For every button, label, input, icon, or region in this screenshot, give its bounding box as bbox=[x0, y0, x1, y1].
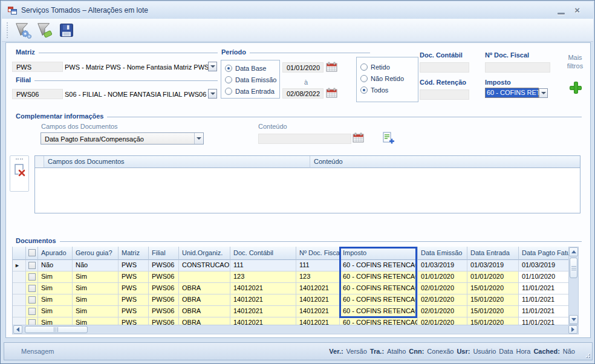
cell[interactable]: 01/03/2019 bbox=[418, 260, 467, 271]
checkbox-icon[interactable] bbox=[28, 308, 36, 315]
cell[interactable]: 15/01/2020 bbox=[467, 306, 519, 317]
horizontal-scroll-thumb[interactable] bbox=[25, 326, 88, 333]
cell[interactable]: 111 bbox=[230, 260, 296, 271]
radio-data-emissão[interactable]: Data Emissão bbox=[221, 74, 279, 85]
checkbox-icon[interactable] bbox=[28, 249, 36, 256]
cell[interactable]: 14012021 bbox=[230, 306, 296, 317]
radio-icon[interactable] bbox=[360, 75, 368, 82]
chevron-down-icon[interactable] bbox=[539, 88, 548, 98]
cell[interactable]: PWS06 bbox=[149, 294, 179, 306]
cell[interactable]: 60 - COFINS RETENCAO bbox=[340, 260, 418, 271]
cell[interactable]: 15/01/2020 bbox=[467, 294, 519, 306]
cell[interactable]: PWS06 bbox=[149, 306, 179, 317]
conteudo-calendar-button[interactable] bbox=[353, 132, 365, 143]
cell[interactable]: 123 bbox=[296, 271, 340, 283]
cell[interactable]: PWS bbox=[119, 260, 149, 271]
cell[interactable]: 11/01/2021 bbox=[519, 283, 568, 294]
cell[interactable]: 60 - COFINS RETENCAO bbox=[340, 271, 418, 283]
cell[interactable]: OBRA bbox=[179, 306, 230, 317]
radio-icon[interactable] bbox=[225, 76, 232, 83]
cell[interactable]: PWS06 bbox=[149, 283, 179, 294]
cell[interactable]: 14012021 bbox=[230, 317, 296, 325]
filial-code-field[interactable]: PWS06 bbox=[12, 89, 63, 99]
column-header-conteudo[interactable]: Conteúdo bbox=[310, 156, 580, 168]
column-header-apurado[interactable]: Apurado bbox=[38, 247, 73, 260]
cell[interactable]: 60 - COFINS RETENCAO bbox=[340, 317, 418, 325]
scroll-left-button[interactable] bbox=[13, 325, 22, 334]
column-header-doc-cont-bil[interactable]: Doc. Contábil bbox=[230, 247, 296, 260]
checkbox-icon[interactable] bbox=[28, 296, 36, 304]
mais-filtros-button[interactable] bbox=[570, 82, 582, 94]
row-checkbox[interactable] bbox=[26, 294, 38, 306]
radio-retido[interactable]: Retido bbox=[357, 61, 418, 73]
cell[interactable]: 02/01/2020 bbox=[418, 317, 467, 325]
campos-grid-body[interactable] bbox=[35, 168, 580, 213]
filter-settings-button[interactable] bbox=[12, 20, 34, 41]
table-row[interactable]: SimSimPWSPWS06OBRA140120211401202160 - C… bbox=[13, 306, 568, 317]
cell[interactable]: 111 bbox=[296, 260, 340, 271]
table-row[interactable]: SimSimPWSPWS06OBRA140120211401202160 - C… bbox=[13, 283, 568, 294]
radio-icon[interactable] bbox=[360, 86, 368, 94]
vertical-scroll-thumb[interactable] bbox=[570, 258, 577, 278]
cell[interactable]: 60 - COFINS RETENCAO bbox=[340, 283, 418, 294]
cell[interactable]: 01/01/2020 bbox=[467, 271, 519, 283]
table-row[interactable]: SimSimPWSPWS0612312360 - COFINS RETENCAO… bbox=[13, 271, 568, 283]
row-checkbox[interactable] bbox=[26, 317, 38, 325]
close-button[interactable]: × bbox=[574, 6, 580, 15]
cell[interactable]: 11/01/2021 bbox=[519, 317, 568, 325]
row-checkbox[interactable] bbox=[26, 271, 38, 283]
column-header-matriz[interactable]: Matriz bbox=[119, 247, 149, 260]
conteudo-field[interactable] bbox=[258, 134, 351, 144]
resize-grip[interactable] bbox=[584, 352, 590, 358]
date-from-calendar-button[interactable] bbox=[326, 62, 338, 73]
filter-clear-button[interactable] bbox=[34, 20, 56, 41]
column-header-gerou-guia-[interactable]: Gerou guia? bbox=[73, 247, 119, 260]
save-button[interactable] bbox=[56, 20, 77, 41]
scroll-up-button[interactable] bbox=[569, 247, 578, 256]
chevron-down-icon[interactable] bbox=[208, 62, 217, 71]
cell[interactable]: Sim bbox=[73, 317, 119, 325]
column-header-data-pagto-fatura[interactable]: Data Pagto Fatura bbox=[519, 247, 568, 260]
radio-data-entrada[interactable]: Data Entrada bbox=[221, 85, 279, 97]
cell[interactable]: PWS bbox=[119, 283, 149, 294]
column-header-n-doc-fiscal[interactable]: Nº Doc. Fiscal bbox=[296, 247, 340, 260]
cell[interactable]: Sim bbox=[38, 306, 73, 317]
cell[interactable]: PWS06 bbox=[149, 271, 179, 283]
chevron-down-icon[interactable] bbox=[208, 89, 217, 99]
table-row[interactable]: SimSimPWSPWS06OBRA140120211401202160 - C… bbox=[13, 317, 568, 325]
imposto-combo[interactable]: 60 - COFINS RETENC bbox=[485, 87, 548, 99]
cell[interactable]: 14012021 bbox=[296, 306, 340, 317]
cod-retencao-field[interactable] bbox=[420, 89, 469, 100]
cell[interactable]: PWS06 bbox=[149, 317, 179, 325]
column-header-unid-organiz-[interactable]: Unid.Organiz. bbox=[179, 247, 230, 260]
radio-icon[interactable] bbox=[225, 65, 232, 72]
row-checkbox[interactable] bbox=[26, 283, 38, 294]
add-row-button[interactable] bbox=[382, 131, 395, 145]
cell[interactable]: PWS bbox=[119, 271, 149, 283]
cell[interactable] bbox=[179, 271, 230, 283]
delete-row-button[interactable] bbox=[12, 163, 27, 178]
cell[interactable]: CONSTRUCAO bbox=[179, 260, 230, 271]
cell[interactable]: 01/01/2020 bbox=[418, 271, 467, 283]
checkbox-icon[interactable] bbox=[28, 273, 36, 281]
minimize-button[interactable] bbox=[556, 6, 566, 15]
cell[interactable]: 02/01/2020 bbox=[418, 306, 467, 317]
cell[interactable]: 60 - COFINS RETENCAO bbox=[340, 294, 418, 306]
horizontal-scrollbar[interactable] bbox=[12, 325, 579, 334]
cell[interactable]: 60 - COFINS RETENCAO bbox=[340, 306, 418, 317]
row-checkbox[interactable] bbox=[26, 306, 38, 317]
cell[interactable]: 15/01/2020 bbox=[467, 283, 519, 294]
column-header-filial[interactable]: Filial bbox=[149, 247, 179, 260]
checkbox-icon[interactable] bbox=[28, 262, 36, 269]
cell[interactable]: PWS bbox=[119, 294, 149, 306]
scroll-right-button[interactable] bbox=[568, 325, 577, 334]
cell[interactable]: 14012021 bbox=[296, 283, 340, 294]
num-doc-fiscal-field[interactable] bbox=[485, 62, 550, 73]
cell[interactable]: Não bbox=[73, 260, 119, 271]
cell[interactable]: 01/03/2019 bbox=[519, 260, 568, 271]
cell[interactable]: Sim bbox=[73, 271, 119, 283]
cell[interactable]: Sim bbox=[73, 294, 119, 306]
cell[interactable]: 14012021 bbox=[296, 294, 340, 306]
cell[interactable]: 15/01/2020 bbox=[467, 317, 519, 325]
date-from-field[interactable]: 01/01/2020 bbox=[282, 62, 324, 73]
